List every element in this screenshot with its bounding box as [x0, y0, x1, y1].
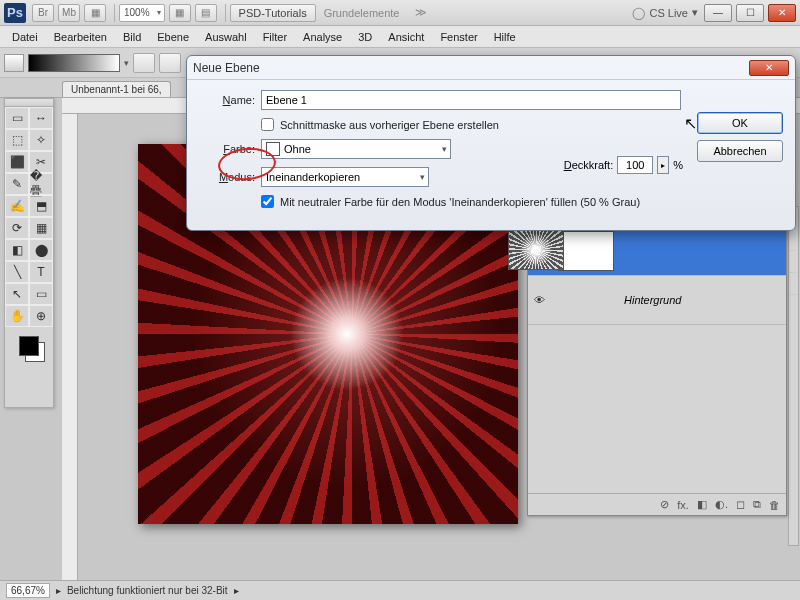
visibility-icon[interactable]: 👁 [534, 294, 548, 306]
newlayer-icon[interactable]: ⧉ [753, 498, 761, 511]
menu-3d[interactable]: 3D [350, 31, 380, 43]
tool-crop[interactable]: ⬛ [5, 151, 29, 173]
gradient-radial-icon[interactable] [159, 53, 181, 73]
trash-icon[interactable]: 🗑 [769, 499, 780, 511]
tool-shape[interactable]: ▭ [29, 283, 53, 305]
menu-filter[interactable]: Filter [255, 31, 295, 43]
neutral-fill-checkbox[interactable] [261, 195, 274, 208]
dialog-title: Neue Ebene [193, 61, 260, 75]
menu-hilfe[interactable]: Hilfe [486, 31, 524, 43]
deckkraft-spinner[interactable]: ▸ [657, 156, 669, 174]
tool-type[interactable]: T [29, 261, 53, 283]
tool-preset-icon[interactable] [4, 54, 24, 72]
status-arrow2[interactable]: ▸ [234, 585, 239, 596]
layer-row-background[interactable]: 👁 Hintergrund [528, 276, 786, 325]
workspace-tab-active[interactable]: PSD-Tutorials [230, 4, 316, 22]
layer-name: Hintergrund [624, 294, 681, 306]
tool-stamp[interactable]: ⬒ [29, 195, 53, 217]
tool-eyedrop[interactable]: ✎ [5, 173, 29, 195]
clipmask-label: Schnittmaske aus vorheriger Ebene erstel… [280, 119, 499, 131]
zoom-field[interactable]: 66,67% [6, 583, 50, 598]
titlebar: Ps Br Mb ▦ 100% ▦ ▤ PSD-Tutorials Grunde… [0, 0, 800, 26]
gradient-linear-icon[interactable] [133, 53, 155, 73]
tool-wand[interactable]: ✧ [29, 129, 53, 151]
menu-analyse[interactable]: Analyse [295, 31, 350, 43]
tool-zoom[interactable]: ⊕ [29, 305, 53, 327]
percent-label: % [673, 159, 683, 171]
group-icon[interactable]: ◻ [736, 498, 745, 511]
app-logo: Ps [4, 3, 26, 23]
menu-ansicht[interactable]: Ansicht [380, 31, 432, 43]
extras-button[interactable]: ▦ [84, 4, 106, 22]
cslive-button[interactable]: CS Live ▾ [632, 6, 698, 20]
menu-ebene[interactable]: Ebene [149, 31, 197, 43]
panel-strip[interactable] [788, 206, 799, 546]
deckkraft-label: Deckkraft: [564, 159, 614, 171]
deckkraft-input[interactable] [617, 156, 653, 174]
farbe-label: Farbe: [199, 143, 255, 155]
tool-gradient[interactable]: ◧ [5, 239, 29, 261]
toolbox: ▭ ↔ ⬚ ✧ ⬛ ✂ ✎ �疊 ✍ ⬒ ⟳ ▦ ◧ ⬤ ╲ T ↖ ▭ ✋ ⊕ [4, 98, 54, 408]
tool-blur[interactable]: ⬤ [29, 239, 53, 261]
tool-move[interactable]: ▭ [5, 107, 29, 129]
mask-icon[interactable]: ◧ [697, 498, 707, 511]
link-icon[interactable]: ⊘ [660, 498, 669, 511]
menubar: Datei Bearbeiten Bild Ebene Auswahl Filt… [0, 26, 800, 48]
tool-eraser[interactable]: ▦ [29, 217, 53, 239]
window-close[interactable]: ✕ [768, 4, 796, 22]
menu-auswahl[interactable]: Auswahl [197, 31, 255, 43]
menu-bearbeiten[interactable]: Bearbeiten [46, 31, 115, 43]
name-input[interactable] [261, 90, 681, 110]
clipmask-checkbox[interactable] [261, 118, 274, 131]
zoom-combo[interactable]: 100% [119, 4, 165, 22]
workspace-more[interactable]: ≫ [407, 4, 435, 22]
fx-icon[interactable]: fx. [677, 499, 689, 511]
tool-hand[interactable]: ✋ [5, 305, 29, 327]
tool-brush[interactable]: ✍ [5, 195, 29, 217]
name-label: Name: [199, 94, 255, 106]
layers-footer: ⊘ fx. ◧ ◐. ◻ ⧉ 🗑 [528, 493, 786, 515]
layer-row-selected[interactable] [528, 227, 786, 276]
tool-path[interactable]: ↖ [5, 283, 29, 305]
status-message: Belichtung funktioniert nur bei 32-Bit [67, 585, 228, 596]
adjust-icon[interactable]: ◐. [715, 498, 728, 511]
neutral-fill-label: Mit neutraler Farbe für den Modus 'Inein… [280, 196, 640, 208]
status-arrow[interactable]: ▸ [56, 585, 61, 596]
cancel-button[interactable]: Abbrechen [697, 140, 783, 162]
menu-bild[interactable]: Bild [115, 31, 149, 43]
tool-lasso[interactable]: ⬚ [5, 129, 29, 151]
minibridge-button[interactable]: Mb [58, 4, 80, 22]
menu-fenster[interactable]: Fenster [432, 31, 485, 43]
window-maximize[interactable]: ☐ [736, 4, 764, 22]
arrange-button[interactable]: ▦ [169, 4, 191, 22]
dialog-close-button[interactable]: ✕ [749, 60, 789, 76]
workspace-tab-other[interactable]: Grundelemente [316, 4, 408, 22]
farbe-select[interactable]: Ohne [261, 139, 451, 159]
ok-button[interactable]: OK [697, 112, 783, 134]
layers-panel: 👁 Hintergrund ⊘ fx. ◧ ◐. ◻ ⧉ 🗑 [527, 226, 787, 516]
bridge-button[interactable]: Br [32, 4, 54, 22]
modus-label: Modus: [199, 171, 255, 183]
screenmode-button[interactable]: ▤ [195, 4, 217, 22]
tool-heal[interactable]: �疊 [29, 173, 53, 195]
color-swatch[interactable] [5, 327, 53, 365]
tool-marquee[interactable]: ↔ [29, 107, 53, 129]
layer-thumb[interactable] [558, 231, 614, 271]
tool-pen[interactable]: ╲ [5, 261, 29, 283]
tool-history[interactable]: ⟳ [5, 217, 29, 239]
window-minimize[interactable]: — [704, 4, 732, 22]
statusbar: 66,67% ▸ Belichtung funktioniert nur bei… [0, 580, 800, 600]
ruler-vertical [62, 114, 78, 580]
layer-thumb[interactable] [508, 230, 564, 270]
document-tab[interactable]: Unbenannt-1 bei 66, [62, 81, 171, 97]
menu-datei[interactable]: Datei [4, 31, 46, 43]
fg-color-icon[interactable] [19, 336, 39, 356]
modus-select[interactable]: Ineinanderkopieren [261, 167, 429, 187]
new-layer-dialog: Neue Ebene ✕ OK Abbrechen Name: Schnittm… [186, 55, 796, 231]
gradient-preview[interactable] [28, 54, 120, 72]
dialog-titlebar[interactable]: Neue Ebene ✕ [187, 56, 795, 80]
